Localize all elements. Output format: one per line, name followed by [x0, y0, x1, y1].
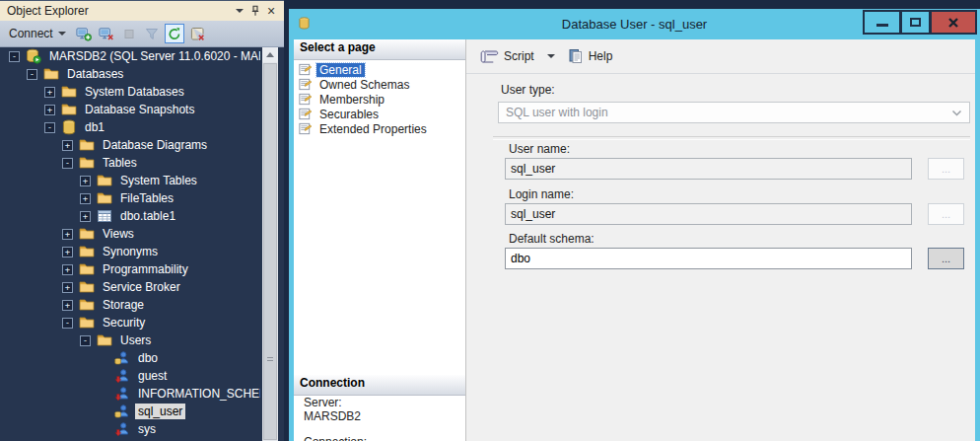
minimize-button[interactable] — [863, 10, 900, 35]
collapse-icon[interactable]: - — [62, 318, 73, 329]
tree-item[interactable]: INFORMATION_SCHEMA — [0, 385, 260, 403]
tree-item[interactable]: +Service Broker — [0, 278, 260, 296]
tree-item[interactable]: +Synonyms — [0, 243, 260, 260]
page-item-label[interactable]: Membership — [316, 93, 387, 107]
page-item-owned-schemas[interactable]: Owned Schemas — [294, 77, 465, 92]
tree-item-label[interactable]: FileTables — [117, 190, 176, 206]
tree-item-label[interactable]: MARSDB2 (SQL Server 11.0.6020 - MARSD — [46, 48, 260, 64]
tree-item-label[interactable]: Databases — [64, 66, 126, 82]
script-dropdown-button[interactable] — [543, 54, 559, 58]
oe-toolbar-buttons — [74, 24, 207, 43]
folder-icon — [79, 315, 95, 331]
page-icon — [298, 121, 313, 136]
maximize-button[interactable] — [900, 10, 930, 35]
expand-icon[interactable]: + — [80, 211, 91, 222]
tree-item-label[interactable]: db1 — [82, 119, 107, 135]
default-schema-input[interactable] — [505, 248, 912, 269]
connect-button[interactable]: Connect — [5, 25, 72, 42]
tree-item-label[interactable]: Storage — [100, 297, 147, 313]
close-button[interactable] — [930, 10, 977, 35]
refresh-icon[interactable] — [165, 24, 184, 43]
scrollbar-thumb[interactable] — [263, 63, 277, 440]
expand-icon[interactable]: + — [44, 87, 55, 98]
collapse-icon[interactable]: - — [62, 158, 73, 169]
expand-icon[interactable]: + — [80, 176, 91, 186]
close-icon[interactable]: × — [263, 3, 279, 19]
tree-item-label[interactable]: Service Broker — [100, 279, 183, 295]
tree-item-label[interactable]: Views — [100, 226, 137, 242]
user-db-icon — [114, 404, 130, 419]
screen: Object Explorer × Connect -MARSDB2 (SQL … — [0, 0, 980, 441]
tree-item-label[interactable]: Programmability — [100, 261, 191, 277]
tree-item[interactable]: dbo — [0, 349, 260, 367]
page-item-label[interactable]: Extended Properties — [316, 122, 430, 136]
page-item-extended-properties[interactable]: Extended Properties — [294, 121, 465, 136]
script-button[interactable]: Script — [476, 46, 538, 67]
tree-item-label[interactable]: Security — [100, 315, 148, 331]
tree-item[interactable]: +System Tables — [0, 172, 260, 189]
tree-item-label[interactable]: Database Snapshots — [82, 102, 197, 117]
tree-item[interactable]: -Security — [0, 314, 260, 331]
tree-item-label[interactable]: System Databases — [82, 84, 187, 100]
object-explorer-titlebar: Object Explorer × — [0, 0, 284, 21]
disconnect-database-icon[interactable] — [97, 24, 116, 43]
tree-item[interactable]: sys — [0, 420, 260, 438]
user-x-icon — [114, 421, 130, 437]
help-button[interactable]: Help — [564, 45, 617, 67]
expand-icon[interactable]: + — [62, 264, 73, 275]
tree-item-label[interactable]: Tables — [100, 155, 140, 171]
scrollbar-grip — [267, 357, 273, 363]
page-item-securables[interactable]: Securables — [294, 107, 465, 121]
tree-item-label[interactable]: dbo.table1 — [117, 208, 178, 224]
tree-item-label[interactable]: sys — [135, 421, 159, 437]
tree-item[interactable]: guest — [0, 367, 260, 385]
tree-item-label[interactable]: Users — [117, 332, 154, 348]
tree-item-label[interactable]: sql_user — [135, 404, 185, 419]
default-schema-browse-button[interactable]: ... — [928, 248, 964, 269]
tree-item[interactable]: -db1 — [0, 118, 260, 136]
tree-item[interactable]: -Tables — [0, 154, 260, 172]
dialog-body: Select a page GeneralOwned SchemasMember… — [294, 39, 975, 441]
tree-item-label[interactable]: Synonyms — [100, 244, 161, 259]
scroll-up-icon[interactable] — [262, 47, 278, 62]
tree-item[interactable]: +Database Snapshots — [0, 101, 260, 118]
tree-item-label[interactable]: guest — [135, 368, 170, 384]
tree-item[interactable]: +FileTables — [0, 189, 260, 207]
collapse-icon[interactable]: - — [44, 122, 55, 133]
tree-item[interactable]: sql_user — [0, 403, 260, 420]
expand-icon[interactable]: + — [62, 282, 73, 293]
stop-script-icon[interactable] — [187, 24, 207, 43]
page-item-membership[interactable]: Membership — [294, 92, 465, 107]
collapse-icon[interactable]: - — [80, 335, 91, 346]
tree-item[interactable]: +Storage — [0, 296, 260, 314]
tree-item[interactable]: +System Databases — [0, 83, 260, 101]
expand-icon[interactable]: + — [62, 229, 73, 240]
collapse-icon[interactable]: - — [27, 69, 37, 80]
tree-item[interactable]: +dbo.table1 — [0, 207, 260, 225]
page-item-general[interactable]: General — [294, 62, 465, 77]
page-item-label[interactable]: General — [316, 63, 365, 77]
collapse-icon[interactable]: - — [9, 51, 20, 62]
pin-icon[interactable] — [247, 3, 263, 19]
tree-item[interactable]: +Programmability — [0, 260, 260, 278]
expand-icon[interactable]: + — [44, 105, 55, 115]
expand-icon[interactable]: + — [62, 300, 73, 311]
tree-item[interactable]: +Database Diagrams — [0, 136, 260, 154]
connect-database-icon[interactable] — [74, 24, 94, 43]
page-item-label[interactable]: Owned Schemas — [316, 78, 412, 92]
expand-icon[interactable]: + — [62, 140, 73, 151]
user-type-value: SQL user with login — [506, 106, 608, 119]
tree-item[interactable]: -MARSDB2 (SQL Server 11.0.6020 - MARSD — [0, 47, 260, 65]
tree-item-label[interactable]: INFORMATION_SCHEMA — [135, 386, 260, 402]
window-position-icon[interactable] — [232, 3, 247, 19]
tree-item[interactable]: -Users — [0, 331, 260, 349]
tree-scrollbar[interactable] — [262, 47, 278, 441]
expand-icon[interactable]: + — [62, 247, 73, 257]
tree-item[interactable]: -Databases — [0, 65, 260, 83]
tree-item-label[interactable]: System Tables — [117, 173, 200, 188]
expand-icon[interactable]: + — [80, 193, 91, 204]
tree-item[interactable]: +Views — [0, 225, 260, 243]
tree-item-label[interactable]: dbo — [135, 350, 161, 366]
page-item-label[interactable]: Securables — [316, 108, 382, 121]
tree-item-label[interactable]: Database Diagrams — [100, 137, 210, 153]
